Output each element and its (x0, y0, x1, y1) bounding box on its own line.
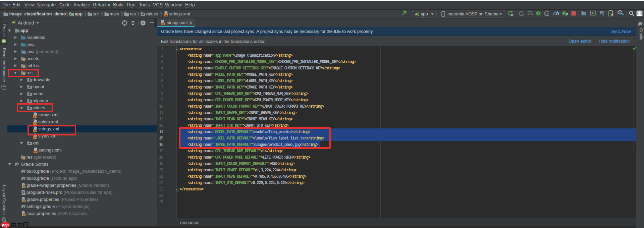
svg-text:<>: <> (164, 14, 168, 16)
svg-text:<>: <> (161, 23, 164, 25)
svg-text:<>: <> (34, 122, 37, 125)
svg-text:<>: <> (34, 151, 37, 153)
svg-text:A: A (522, 13, 524, 16)
svg-text:<>: <> (34, 136, 37, 139)
svg-text:<>: <> (34, 115, 37, 118)
svg-text:php: php (2, 223, 9, 227)
